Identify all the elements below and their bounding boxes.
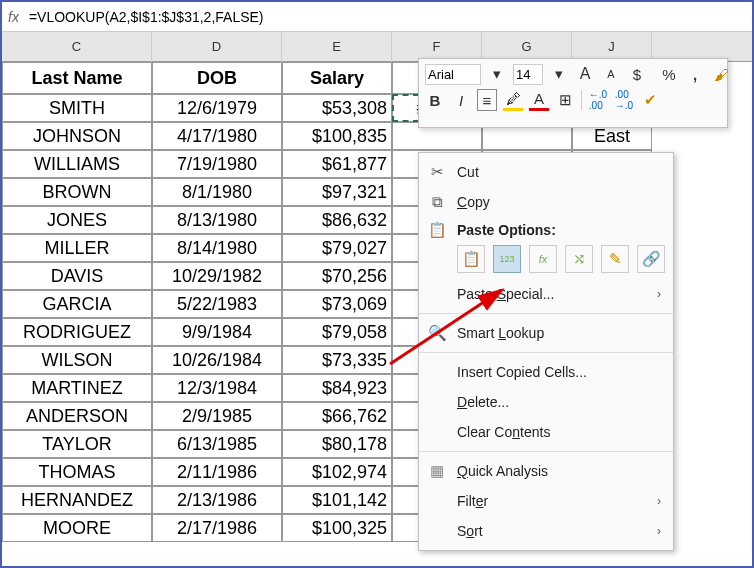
cell-dob[interactable]: 10/29/1982 xyxy=(152,262,282,290)
cell-last-name[interactable]: HERNANDEZ xyxy=(2,486,152,514)
cell-last-name[interactable]: JOHNSON xyxy=(2,122,152,150)
quick-analysis-icon: ▦ xyxy=(427,462,447,480)
increase-decimal-icon[interactable]: ←.0.00 xyxy=(588,89,608,111)
cell-salary[interactable]: $61,877 xyxy=(282,150,392,178)
font-size-select[interactable] xyxy=(513,64,543,85)
cell-dob[interactable]: 5/22/1983 xyxy=(152,290,282,318)
paste-link-icon[interactable]: 🔗 xyxy=(637,245,665,273)
col-header-d[interactable]: D xyxy=(152,32,282,62)
cell-dob[interactable]: 2/13/1986 xyxy=(152,486,282,514)
cell-salary[interactable]: $100,325 xyxy=(282,514,392,542)
copy-icon: ⧉ xyxy=(427,193,447,211)
menu-filter[interactable]: Filter › xyxy=(419,486,673,516)
cell-salary[interactable]: $66,762 xyxy=(282,402,392,430)
formula-input[interactable] xyxy=(29,9,746,25)
cell-dob[interactable]: 8/13/1980 xyxy=(152,206,282,234)
decrease-decimal-icon[interactable]: .00→.0 xyxy=(614,89,634,111)
cell-salary[interactable]: $73,069 xyxy=(282,290,392,318)
cell-dob[interactable]: 4/17/1980 xyxy=(152,122,282,150)
col-header-e[interactable]: E xyxy=(282,32,392,62)
cell-salary[interactable]: $84,923 xyxy=(282,374,392,402)
menu-quick-analysis[interactable]: ▦ Quick Analysis xyxy=(419,456,673,486)
menu-separator xyxy=(419,451,673,452)
menu-sort[interactable]: Sort › xyxy=(419,516,673,546)
cell-salary[interactable]: $100,835 xyxy=(282,122,392,150)
cell-last-name[interactable]: WILLIAMS xyxy=(2,150,152,178)
italic-button[interactable]: I xyxy=(451,89,471,111)
menu-smart-lookup[interactable]: 🔍 Smart Lookup xyxy=(419,318,673,348)
paste-formatting-icon[interactable]: ✎ xyxy=(601,245,629,273)
decrease-font-icon[interactable]: A xyxy=(601,63,621,85)
menu-insert-copied[interactable]: Insert Copied Cells... xyxy=(419,357,673,387)
cell-last-name[interactable]: ANDERSON xyxy=(2,402,152,430)
paste-values-icon[interactable]: 123 xyxy=(493,245,521,273)
percent-icon[interactable]: % xyxy=(659,63,679,85)
increase-font-icon[interactable]: A xyxy=(575,63,595,85)
align-button[interactable]: ≡ xyxy=(477,89,497,111)
cell-salary[interactable]: $73,335 xyxy=(282,346,392,374)
format-painter-icon[interactable]: 🖌 xyxy=(711,63,731,85)
cell-dob[interactable]: 6/13/1985 xyxy=(152,430,282,458)
cell-last-name[interactable]: GARCIA xyxy=(2,290,152,318)
cell-last-name[interactable]: MOORE xyxy=(2,514,152,542)
cell-dob[interactable]: 2/9/1985 xyxy=(152,402,282,430)
cell-last-name[interactable]: WILSON xyxy=(2,346,152,374)
menu-clear-contents[interactable]: Clear Contents xyxy=(419,417,673,447)
font-color-icon[interactable]: A xyxy=(529,89,549,111)
paste-transpose-icon[interactable]: ⤭ xyxy=(565,245,593,273)
fill-color-icon[interactable]: 🖉 xyxy=(503,89,523,111)
cell-dob[interactable]: 12/6/1979 xyxy=(152,94,282,122)
menu-delete[interactable]: Delete... xyxy=(419,387,673,417)
format-cells-icon[interactable]: ✔ xyxy=(640,89,660,111)
cell-salary[interactable]: $80,178 xyxy=(282,430,392,458)
chevron-right-icon: › xyxy=(657,524,661,538)
paste-formulas-icon[interactable]: fx xyxy=(529,245,557,273)
menu-copy[interactable]: ⧉ Copy xyxy=(419,187,673,217)
chevron-down-icon[interactable]: ▾ xyxy=(487,63,507,85)
cell-salary[interactable]: $97,321 xyxy=(282,178,392,206)
mini-toolbar: ▾ ▾ A A $ % , 🖌 B I ≡ 🖉 A ⊞ ←.0.00 .00→.… xyxy=(418,58,728,128)
cell-last-name[interactable]: MILLER xyxy=(2,234,152,262)
cell-salary[interactable]: $79,058 xyxy=(282,318,392,346)
chevron-down-icon[interactable]: ▾ xyxy=(549,63,569,85)
cell-dob[interactable]: 8/1/1980 xyxy=(152,178,282,206)
cell-dob[interactable]: 2/11/1986 xyxy=(152,458,282,486)
search-icon: 🔍 xyxy=(427,324,447,342)
cell-dob[interactable]: 12/3/1984 xyxy=(152,374,282,402)
cell-dob[interactable]: 9/9/1984 xyxy=(152,318,282,346)
cell-salary[interactable]: $70,256 xyxy=(282,262,392,290)
header-last-name[interactable]: Last Name xyxy=(2,62,152,94)
menu-paste-options-heading: 📋 Paste Options: xyxy=(419,217,673,243)
bold-button[interactable]: B xyxy=(425,89,445,111)
cell-dob[interactable]: 7/19/1980 xyxy=(152,150,282,178)
cell-salary[interactable]: $86,632 xyxy=(282,206,392,234)
cell-last-name[interactable]: JONES xyxy=(2,206,152,234)
col-header-c[interactable]: C xyxy=(2,32,152,62)
cell-last-name[interactable]: RODRIGUEZ xyxy=(2,318,152,346)
menu-cut[interactable]: ✂ Cut xyxy=(419,157,673,187)
header-dob[interactable]: DOB xyxy=(152,62,282,94)
cell-last-name[interactable]: BROWN xyxy=(2,178,152,206)
font-select[interactable] xyxy=(425,64,481,85)
formula-bar: fx xyxy=(2,2,752,32)
cell-dob[interactable]: 2/17/1986 xyxy=(152,514,282,542)
cell-last-name[interactable]: DAVIS xyxy=(2,262,152,290)
cell-dob[interactable]: 10/26/1984 xyxy=(152,346,282,374)
currency-icon[interactable]: $ xyxy=(627,63,647,85)
cell-last-name[interactable]: MARTINEZ xyxy=(2,374,152,402)
menu-paste-special[interactable]: Paste Special... › xyxy=(419,279,673,309)
cell-salary[interactable]: $79,027 xyxy=(282,234,392,262)
cell-salary[interactable]: $53,308 xyxy=(282,94,392,122)
paste-default-icon[interactable]: 📋 xyxy=(457,245,485,273)
cell-salary[interactable]: $102,974 xyxy=(282,458,392,486)
cell-last-name[interactable]: THOMAS xyxy=(2,458,152,486)
border-icon[interactable]: ⊞ xyxy=(555,89,575,111)
comma-style-icon[interactable]: , xyxy=(685,63,705,85)
cell-salary[interactable]: $101,142 xyxy=(282,486,392,514)
fx-label[interactable]: fx xyxy=(8,9,19,25)
cell-last-name[interactable]: TAYLOR xyxy=(2,430,152,458)
cell-dob[interactable]: 8/14/1980 xyxy=(152,234,282,262)
header-salary[interactable]: Salary xyxy=(282,62,392,94)
context-menu: ✂ Cut ⧉ Copy 📋 Paste Options: 📋 123 fx ⤭… xyxy=(418,152,674,551)
cell-last-name[interactable]: SMITH xyxy=(2,94,152,122)
